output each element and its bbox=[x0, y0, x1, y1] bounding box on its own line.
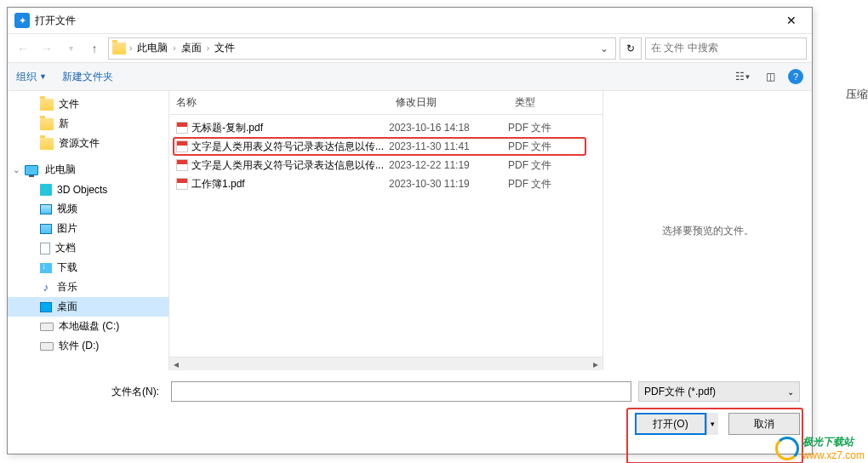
chevron-right-icon: › bbox=[205, 43, 211, 53]
tree-item-documents[interactable]: 文档 bbox=[8, 238, 168, 258]
file-row[interactable]: 文字是人类用表义符号记录表达信息以传... 2023-12-22 11:19 P… bbox=[169, 156, 602, 174]
music-icon: ♪ bbox=[40, 282, 52, 294]
cancel-button[interactable]: 取消 bbox=[728, 413, 800, 435]
videos-icon bbox=[40, 204, 52, 214]
sidebar-tree: 文件 新 资源文件 ⌄此电脑 3D Objects 视频 图片 文档 下载 ♪音… bbox=[8, 91, 169, 370]
this-pc-icon bbox=[25, 165, 38, 175]
tree-item-drive-c[interactable]: 本地磁盘 (C:) bbox=[8, 317, 168, 336]
watermark-name: 极光下载站 bbox=[802, 435, 865, 449]
pdf-icon bbox=[176, 159, 188, 171]
tree-item-folder[interactable]: 文件 bbox=[8, 94, 168, 114]
tree-item-pictures[interactable]: 图片 bbox=[8, 219, 168, 238]
pdf-icon bbox=[176, 140, 188, 152]
scroll-right-icon[interactable]: ▸ bbox=[589, 358, 602, 370]
file-row[interactable]: 无标题-复制.pdf 2023-10-16 14:18 PDF 文件 bbox=[169, 118, 602, 137]
watermark-logo-icon bbox=[775, 437, 799, 460]
chevron-right-icon: › bbox=[128, 43, 134, 53]
refresh-icon: ↻ bbox=[626, 43, 635, 54]
watermark-url: www.xz7.com bbox=[802, 449, 865, 461]
organize-menu[interactable]: 组织 ▼ bbox=[16, 70, 47, 84]
pdf-icon bbox=[176, 178, 188, 190]
tree-item-drive-d[interactable]: 软件 (D:) bbox=[8, 336, 168, 356]
chevron-down-icon: ⌄ bbox=[787, 387, 794, 397]
content-area: 文件 新 资源文件 ⌄此电脑 3D Objects 视频 图片 文档 下载 ♪音… bbox=[8, 91, 812, 370]
pictures-icon bbox=[40, 224, 52, 234]
breadcrumb-dropdown[interactable]: ⌄ bbox=[597, 43, 612, 54]
folder-icon bbox=[40, 138, 54, 150]
chevron-right-icon: › bbox=[171, 43, 177, 53]
breadcrumb[interactable]: › 此电脑 › 桌面 › 文件 ⌄ bbox=[108, 37, 616, 60]
chevron-down-icon: ▼ bbox=[39, 72, 47, 81]
tree-item-desktop[interactable]: 桌面 bbox=[8, 297, 168, 317]
horizontal-scrollbar[interactable]: ◂ ▸ bbox=[169, 357, 602, 370]
file-list: 名称 修改日期 类型 无标题-复制.pdf 2023-10-16 14:18 P… bbox=[169, 91, 603, 370]
preview-pane: 选择要预览的文件。 bbox=[603, 91, 812, 370]
desktop-icon bbox=[40, 302, 52, 312]
file-rows: 无标题-复制.pdf 2023-10-16 14:18 PDF 文件 文字是人类… bbox=[169, 115, 602, 193]
window-title: 打开文件 bbox=[35, 14, 774, 28]
filename-label: 文件名(N): bbox=[20, 385, 164, 399]
app-icon: ✦ bbox=[14, 13, 30, 28]
search-placeholder: 在 文件 中搜索 bbox=[651, 41, 718, 55]
toolbar: 组织 ▼ 新建文件夹 ☷ ▼ ◫ ? bbox=[8, 62, 812, 91]
new-folder-button[interactable]: 新建文件夹 bbox=[62, 70, 113, 84]
back-button[interactable]: ← bbox=[13, 38, 33, 59]
button-row: 打开(O) ▾ 取消 bbox=[8, 413, 812, 450]
forward-button[interactable]: → bbox=[37, 38, 57, 59]
column-name[interactable]: 名称 bbox=[169, 95, 389, 110]
watermark: 极光下载站 www.xz7.com bbox=[775, 435, 865, 461]
search-input[interactable]: 在 文件 中搜索 bbox=[645, 37, 807, 60]
preview-pane-button[interactable]: ◫ bbox=[761, 67, 779, 86]
nav-bar: ← → ▾ ↑ › 此电脑 › 桌面 › 文件 ⌄ ↻ 在 文件 中搜索 bbox=[8, 33, 812, 62]
open-button[interactable]: 打开(O) bbox=[635, 413, 706, 435]
crumb-desktop[interactable]: 桌面 bbox=[180, 41, 203, 55]
file-row[interactable]: 文字是人类用表义符号记录表达信息以传... 2023-11-30 11:41 P… bbox=[169, 137, 602, 156]
3d-objects-icon bbox=[40, 184, 52, 196]
tree-item-folder[interactable]: 资源文件 bbox=[8, 134, 168, 153]
tree-section-this-pc[interactable]: ⌄此电脑 bbox=[8, 160, 168, 180]
footer: 文件名(N): PDF文件 (*.pdf)⌄ bbox=[8, 370, 812, 413]
up-button[interactable]: ↑ bbox=[84, 38, 105, 59]
crumb-folder[interactable]: 文件 bbox=[213, 41, 237, 55]
tree-item-3d-objects[interactable]: 3D Objects bbox=[8, 180, 168, 199]
drive-icon bbox=[40, 342, 54, 351]
folder-icon bbox=[40, 99, 54, 111]
scroll-left-icon[interactable]: ◂ bbox=[169, 358, 183, 370]
caret-down-icon: ⌄ bbox=[13, 165, 21, 174]
help-button[interactable]: ? bbox=[788, 69, 803, 84]
downloads-icon bbox=[40, 263, 52, 273]
column-date[interactable]: 修改日期 bbox=[389, 95, 508, 110]
tree-item-folder[interactable]: 新 bbox=[8, 114, 168, 134]
open-split-dropdown[interactable]: ▾ bbox=[706, 413, 718, 435]
close-button[interactable]: ✕ bbox=[774, 9, 808, 32]
documents-icon bbox=[40, 243, 50, 254]
tree-item-music[interactable]: ♪音乐 bbox=[8, 277, 168, 297]
folder-icon bbox=[112, 43, 126, 54]
file-row[interactable]: 工作簿1.pdf 2023-10-30 11:19 PDF 文件 bbox=[169, 174, 602, 193]
tree-item-videos[interactable]: 视频 bbox=[8, 199, 168, 219]
column-headers: 名称 修改日期 类型 bbox=[169, 91, 602, 115]
view-options-button[interactable]: ☷ ▼ bbox=[734, 67, 752, 86]
column-type[interactable]: 类型 bbox=[508, 95, 602, 110]
tree-item-downloads[interactable]: 下载 bbox=[8, 258, 168, 277]
title-bar: ✦ 打开文件 ✕ bbox=[8, 8, 812, 33]
pdf-icon bbox=[176, 122, 188, 134]
recent-dropdown[interactable]: ▾ bbox=[60, 38, 81, 59]
background-text: 压缩 bbox=[846, 87, 868, 102]
crumb-root[interactable]: 此电脑 bbox=[135, 41, 169, 55]
filename-input[interactable] bbox=[171, 381, 631, 402]
refresh-button[interactable]: ↻ bbox=[620, 37, 642, 60]
open-file-dialog: ✦ 打开文件 ✕ ← → ▾ ↑ › 此电脑 › 桌面 › 文件 ⌄ ↻ 在 文… bbox=[7, 7, 813, 454]
file-type-filter[interactable]: PDF文件 (*.pdf)⌄ bbox=[638, 381, 800, 402]
folder-icon bbox=[40, 118, 54, 130]
drive-icon bbox=[40, 323, 54, 331]
preview-empty-text: 选择要预览的文件。 bbox=[662, 224, 754, 238]
